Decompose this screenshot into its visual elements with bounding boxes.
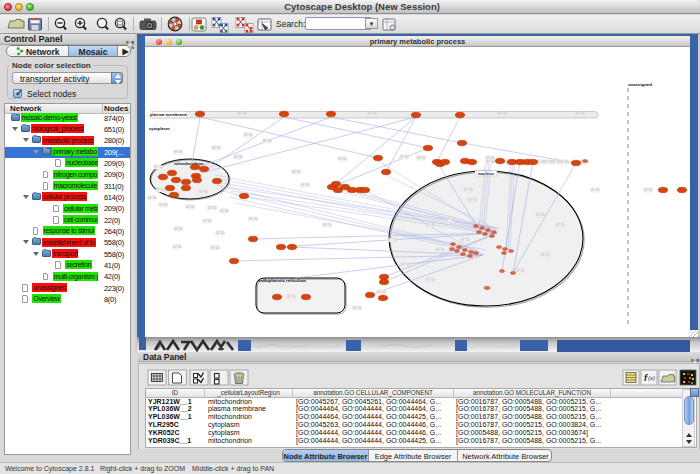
svg-text:GO:00: GO:00 — [426, 223, 435, 227]
svg-text:GO:00: GO:00 — [464, 188, 473, 192]
svg-text:GO:00: GO:00 — [238, 112, 247, 116]
svg-text:GO:00: GO:00 — [159, 203, 168, 207]
svg-text:GO:00: GO:00 — [173, 245, 182, 249]
svg-text:GO:00: GO:00 — [446, 218, 455, 222]
svg-text:GO:00: GO:00 — [541, 253, 550, 257]
svg-text:GO:00: GO:00 — [249, 217, 258, 221]
svg-text:GO:00: GO:00 — [591, 188, 600, 192]
svg-text:GO:00: GO:00 — [199, 190, 208, 194]
svg-text:GO:00: GO:00 — [208, 206, 217, 210]
svg-text:GO:00: GO:00 — [516, 269, 525, 273]
svg-text:GO:00: GO:00 — [263, 139, 272, 143]
svg-text:GO:00: GO:00 — [186, 205, 195, 209]
svg-text:cytoplasm: cytoplasm — [149, 126, 170, 131]
svg-text:GO:00: GO:00 — [174, 227, 183, 231]
svg-text:GO:00: GO:00 — [468, 198, 477, 202]
svg-text:GO:00: GO:00 — [220, 209, 229, 213]
svg-text:GO:00: GO:00 — [287, 295, 296, 299]
svg-text:GO:00: GO:00 — [174, 150, 183, 154]
svg-text:GO:00: GO:00 — [536, 213, 545, 217]
svg-text:GO:00: GO:00 — [401, 263, 410, 267]
svg-text:GO:00: GO:00 — [576, 112, 585, 116]
svg-text:GO:00: GO:00 — [211, 246, 220, 250]
svg-text:GO:00: GO:00 — [234, 155, 243, 159]
svg-text:GO:00: GO:00 — [486, 160, 495, 164]
svg-text:GO:00: GO:00 — [156, 188, 165, 192]
svg-text:GO:00: GO:00 — [244, 133, 253, 137]
svg-text:GO:00: GO:00 — [400, 155, 409, 159]
svg-text:GO:00: GO:00 — [644, 188, 653, 192]
svg-text:GO:00: GO:00 — [292, 170, 301, 174]
svg-text:GO:00: GO:00 — [148, 196, 157, 200]
svg-text:mitochondrion: mitochondrion — [174, 161, 204, 166]
svg-text:GO:00: GO:00 — [216, 231, 225, 235]
svg-text:GO:00: GO:00 — [388, 238, 397, 242]
svg-text:GO:00: GO:00 — [353, 306, 362, 310]
svg-text:GO:00: GO:00 — [338, 157, 347, 161]
svg-text:(x): (x) — [648, 375, 655, 381]
svg-text:GO:00: GO:00 — [203, 219, 212, 223]
svg-text:GO:00: GO:00 — [498, 112, 507, 116]
svg-text:GO:00: GO:00 — [368, 112, 377, 116]
svg-text:GO:00: GO:00 — [461, 238, 470, 242]
svg-text:GO:00: GO:00 — [323, 223, 332, 227]
svg-text:GO:00: GO:00 — [377, 290, 386, 294]
svg-text:plasma membrane: plasma membrane — [150, 112, 187, 117]
svg-text:GO:00: GO:00 — [556, 223, 565, 227]
svg-text:GO:00: GO:00 — [417, 156, 426, 160]
svg-text:GO:00: GO:00 — [560, 160, 569, 164]
svg-text:GO:00: GO:00 — [212, 146, 221, 150]
svg-text:GO:00: GO:00 — [301, 183, 310, 187]
svg-text:unassigned: unassigned — [628, 82, 652, 87]
svg-text:GO:00: GO:00 — [154, 165, 163, 169]
svg-text:GO:00: GO:00 — [436, 248, 445, 252]
svg-text:GO:00: GO:00 — [426, 278, 435, 282]
svg-text:endoplasmic reticulum: endoplasmic reticulum — [258, 278, 306, 283]
